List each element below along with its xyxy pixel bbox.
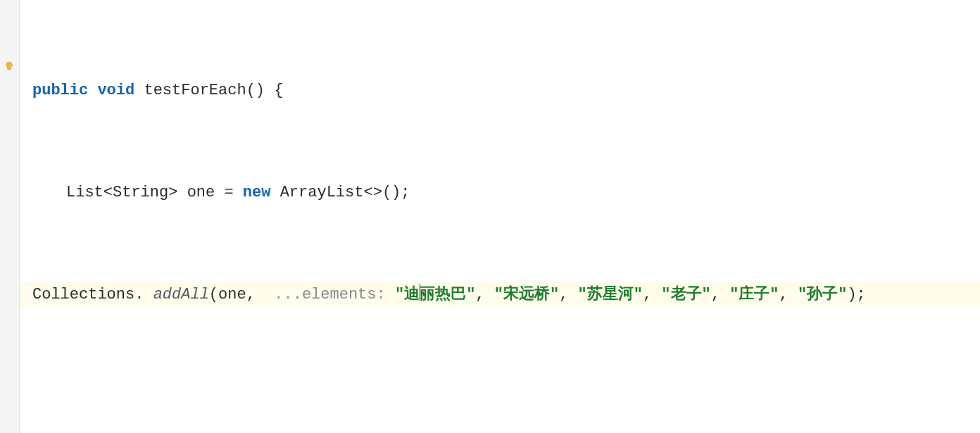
string-literal: 丽热巴" bbox=[420, 286, 475, 303]
code-line: List<String> one = new ArrayList<>(); bbox=[32, 180, 980, 206]
string-literal: "宋远桥" bbox=[494, 286, 559, 303]
string-literal: "迪 bbox=[395, 286, 420, 303]
param-hint: ...elements: bbox=[274, 286, 385, 303]
svg-rect-0 bbox=[7, 69, 11, 70]
keyword: void bbox=[97, 82, 134, 99]
code-line: public void testForEach() { bbox=[32, 78, 980, 103]
string-literal: "苏星河" bbox=[578, 286, 643, 303]
highlighted-line: Collections. addAll(one, ...elements: "迪… bbox=[20, 282, 980, 308]
keyword: new bbox=[243, 184, 271, 201]
keyword: public bbox=[32, 82, 88, 99]
method-name: testForEach bbox=[144, 82, 246, 99]
code-area[interactable]: public void testForEach() { List<String>… bbox=[32, 1, 980, 433]
string-literal: "老子" bbox=[661, 286, 710, 303]
string-literal: "庄子" bbox=[729, 286, 779, 303]
string-literal: "孙子" bbox=[798, 286, 847, 303]
intention-bulb-icon[interactable] bbox=[4, 55, 14, 65]
blank-line bbox=[32, 384, 980, 410]
static-method: addAll bbox=[153, 286, 209, 303]
